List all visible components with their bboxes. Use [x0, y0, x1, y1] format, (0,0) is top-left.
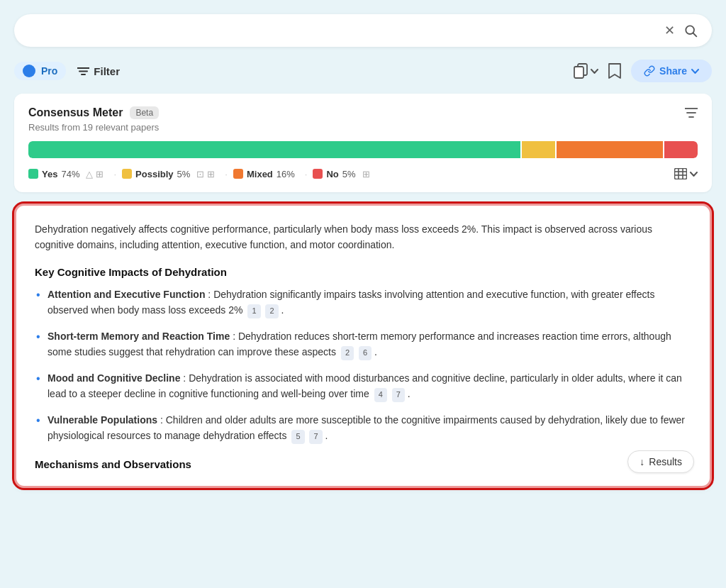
bullet-bold-3: Mood and Cognitive Decline	[48, 372, 180, 384]
bullet-end-1: .	[281, 304, 284, 316]
bullet-list: Attention and Executive Function : Dehyd…	[35, 287, 691, 444]
legend-label-yes: Yes	[42, 169, 57, 179]
copy-dropdown-button[interactable]	[574, 63, 598, 79]
filter-button[interactable]: Filter	[77, 65, 120, 77]
consensus-title: Consensus Meter	[28, 106, 123, 119]
ref-7[interactable]: 5	[291, 430, 304, 444]
toolbar: Pro Filter	[14, 60, 712, 82]
table-view-button[interactable]	[674, 168, 698, 179]
consensus-meter-card: Consensus Meter Beta Results from 19 rel…	[14, 94, 712, 192]
legend-no: No 5% ⊞	[313, 169, 369, 179]
svg-rect-10	[675, 169, 687, 179]
ref-1[interactable]: 1	[247, 304, 260, 318]
filter-icon-button[interactable]	[685, 108, 698, 118]
mechanisms-title: Mechanisms and Observations	[35, 458, 691, 470]
legend-pct-no: 5%	[342, 169, 356, 179]
pro-toggle[interactable]: Pro	[14, 62, 66, 80]
legend-dot-possibly	[122, 169, 132, 179]
svg-line-1	[693, 33, 697, 37]
bar-mixed	[557, 141, 663, 158]
legend-icons-no: ⊞	[362, 169, 370, 179]
bullet-end-4: .	[325, 430, 328, 441]
ref-8[interactable]: 7	[309, 430, 322, 444]
results-button[interactable]: ↓ Results	[627, 450, 694, 473]
sep2: ·	[225, 169, 228, 179]
legend-row: Yes 74% △ ⊞ · Possibly 5% ⊡ ⊞ · Mixed 16…	[28, 168, 698, 179]
sep3: ·	[305, 169, 308, 179]
bullet-bold-2: Short-term Memory and Reaction Time	[48, 331, 230, 342]
toolbar-left: Pro Filter	[14, 62, 120, 80]
list-item: Short-term Memory and Reaction Time : De…	[35, 328, 691, 360]
list-item: Mood and Cognitive Decline : Dehydration…	[35, 370, 691, 402]
results-label: Results	[649, 456, 682, 467]
consensus-title-row: Consensus Meter Beta	[28, 106, 159, 119]
bar-yes	[28, 141, 520, 158]
main-content-card: Dehydration negatively affects cognitive…	[14, 204, 712, 488]
ref-4[interactable]: 6	[359, 346, 372, 360]
possibly-icon2[interactable]: ⊞	[207, 169, 215, 179]
toggle-dot	[23, 65, 35, 77]
legend-mixed: Mixed 16%	[233, 169, 295, 179]
share-button[interactable]: Share	[631, 60, 712, 82]
bullet-bold-4: Vulnerable Populations	[48, 414, 157, 426]
legend-dot-no	[313, 169, 323, 179]
legend-possibly: Possibly 5% ⊡ ⊞	[122, 169, 215, 179]
list-item: Attention and Executive Function : Dehyd…	[35, 287, 691, 318]
legend-icons-possibly: ⊡ ⊞	[196, 169, 215, 179]
svg-rect-6	[574, 67, 583, 78]
filter-label: Filter	[94, 65, 120, 77]
clear-icon[interactable]: ✕	[664, 23, 675, 38]
legend-label-no: No	[326, 169, 338, 179]
consensus-subtitle: Results from 19 relevant papers	[28, 122, 698, 133]
legend-dot-yes	[28, 169, 38, 179]
ref-5[interactable]: 4	[374, 388, 387, 402]
legend-pct-yes: 74%	[61, 169, 79, 179]
yes-icon2[interactable]: ⊞	[96, 169, 104, 179]
bookmark-button[interactable]	[608, 63, 621, 79]
share-label: Share	[659, 65, 687, 77]
sep1: ·	[113, 169, 116, 179]
legend-label-mixed: Mixed	[247, 169, 273, 179]
legend-icons-yes: △ ⊞	[86, 169, 104, 179]
list-item: Vulnerable Populations : Children and ol…	[35, 412, 691, 444]
search-input[interactable]: Does dehydration affect cognition?	[28, 24, 664, 37]
bar-no	[664, 141, 698, 158]
search-icon[interactable]	[683, 23, 698, 38]
legend-dot-mixed	[233, 169, 243, 179]
legend-label-possibly: Possibly	[135, 169, 173, 179]
legend-yes: Yes 74% △ ⊞	[28, 169, 104, 179]
possibly-icon1[interactable]: ⊡	[196, 169, 204, 179]
pro-label: Pro	[41, 65, 57, 77]
ref-2[interactable]: 2	[265, 304, 278, 318]
ref-3[interactable]: 2	[341, 346, 354, 360]
results-arrow-icon: ↓	[640, 456, 644, 467]
ref-6[interactable]: 7	[392, 388, 405, 402]
no-icon1[interactable]: ⊞	[362, 169, 370, 179]
bullet-end-3: .	[408, 388, 411, 399]
summary-text: Dehydration negatively affects cognitive…	[35, 221, 691, 253]
consensus-progress-bar	[28, 141, 698, 158]
bullet-bold-1: Attention and Executive Function	[48, 289, 205, 300]
bar-possibly	[522, 141, 555, 158]
bullet-end-2: .	[374, 346, 377, 357]
consensus-header: Consensus Meter Beta	[28, 106, 698, 119]
key-impacts-title: Key Cognitive Impacts of Dehydration	[35, 266, 691, 278]
beta-badge: Beta	[130, 106, 159, 119]
yes-icon1[interactable]: △	[86, 169, 93, 179]
toolbar-right: Share	[574, 60, 712, 82]
search-bar: Does dehydration affect cognition? ✕	[14, 14, 712, 47]
legend-pct-possibly: 5%	[177, 169, 191, 179]
legend-pct-mixed: 16%	[277, 169, 295, 179]
